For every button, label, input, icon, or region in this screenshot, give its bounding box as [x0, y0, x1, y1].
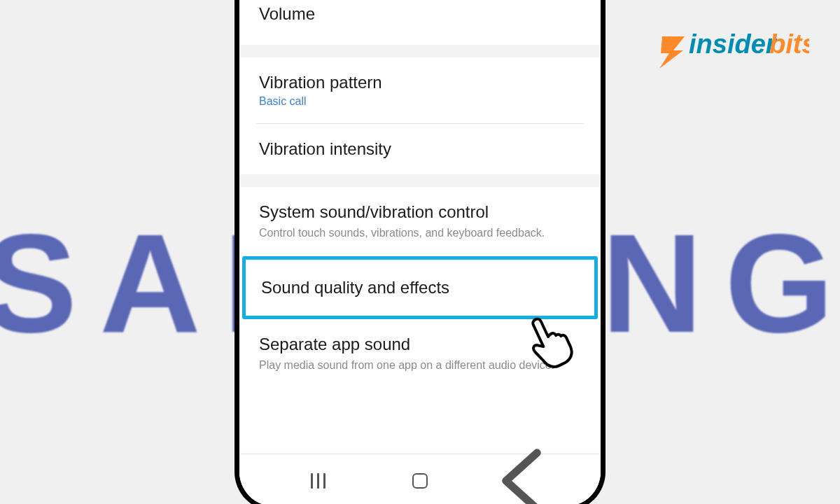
- setting-title: Sound quality and effects: [261, 278, 579, 298]
- back-icon: [493, 447, 550, 504]
- setting-title: System sound/vibration control: [259, 202, 581, 222]
- sound-settings-list: Volume Vibration pattern Basic call Vibr…: [239, 0, 601, 453]
- insiderbits-logo: insider bits: [655, 25, 809, 73]
- section-divider: [239, 45, 601, 57]
- setting-title: Volume: [259, 4, 581, 24]
- setting-separate-app-sound[interactable]: Separate app sound Play media sound from…: [239, 319, 601, 388]
- phone-frame: Volume Vibration pattern Basic call Vibr…: [234, 0, 606, 504]
- setting-title: Vibration intensity: [259, 139, 581, 159]
- recents-icon: [311, 473, 326, 489]
- setting-description: Play media sound from one app on a diffe…: [259, 358, 581, 373]
- setting-subtitle: Basic call: [259, 95, 581, 108]
- nav-back-button[interactable]: [493, 463, 550, 498]
- setting-system-sound-vibration[interactable]: System sound/vibration control Control t…: [239, 187, 601, 256]
- setting-volume[interactable]: Volume: [239, 0, 601, 45]
- svg-text:insider: insider: [689, 29, 778, 59]
- setting-vibration-pattern[interactable]: Vibration pattern Basic call: [239, 57, 601, 123]
- section-divider: [239, 174, 601, 187]
- setting-title: Separate app sound: [259, 335, 581, 354]
- nav-home-button[interactable]: [392, 463, 448, 498]
- nav-recents-button[interactable]: [290, 463, 346, 498]
- home-icon: [412, 473, 428, 489]
- navigation-bar: [239, 453, 601, 504]
- setting-description: Control touch sounds, vibrations, and ke…: [259, 225, 581, 241]
- svg-text:bits: bits: [769, 29, 809, 59]
- setting-title: Vibration pattern: [259, 73, 581, 92]
- setting-vibration-intensity[interactable]: Vibration intensity: [239, 124, 601, 174]
- setting-sound-quality-effects[interactable]: Sound quality and effects: [242, 256, 598, 319]
